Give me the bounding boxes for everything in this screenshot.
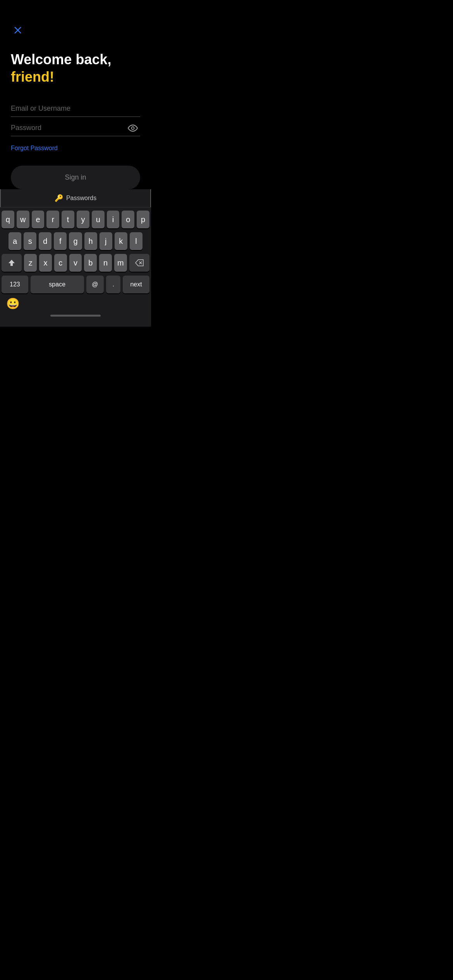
key-at[interactable]: @ (86, 276, 104, 293)
key-x[interactable]: x (39, 254, 52, 272)
key-123[interactable]: 123 (2, 276, 28, 293)
key-y[interactable]: y (77, 211, 89, 228)
svg-point-2 (132, 127, 134, 130)
key-i[interactable]: i (107, 211, 120, 228)
emoji-row: 😀 (0, 293, 151, 312)
key-row-1: q w e r t y u i o p (2, 211, 149, 228)
key-shift[interactable] (2, 254, 22, 272)
key-s[interactable]: s (24, 232, 36, 250)
key-space[interactable]: space (31, 276, 84, 293)
home-bar (50, 315, 101, 317)
key-b[interactable]: b (84, 254, 97, 272)
key-q[interactable]: q (2, 211, 14, 228)
key-t[interactable]: t (62, 211, 74, 228)
key-z[interactable]: z (24, 254, 37, 272)
eye-icon (128, 124, 138, 132)
key-l[interactable]: l (130, 232, 142, 250)
passwords-bar-right-divider (150, 189, 151, 207)
key-o[interactable]: o (122, 211, 134, 228)
key-p[interactable]: p (137, 211, 149, 228)
passwords-autofill-bar[interactable]: 🔑 Passwords (0, 189, 151, 207)
key-next[interactable]: next (123, 276, 149, 293)
key-v[interactable]: v (69, 254, 82, 272)
key-f[interactable]: f (54, 232, 67, 250)
key-j[interactable]: j (100, 232, 112, 250)
close-button[interactable] (11, 23, 25, 37)
welcome-line2: friend! (11, 69, 140, 85)
shift-icon (8, 259, 15, 267)
delete-icon (135, 259, 144, 266)
key-m[interactable]: m (114, 254, 127, 272)
password-input[interactable] (11, 120, 140, 136)
keyboard: 🔑 Passwords q w e r t y u i o p a s d f … (0, 189, 151, 327)
key-delete[interactable] (129, 254, 149, 272)
key-row-bottom: 123 space @ . next (0, 276, 151, 293)
password-input-container (11, 120, 140, 136)
close-icon (14, 26, 22, 34)
welcome-heading: Welcome back, friend! (11, 51, 140, 85)
key-row-2: a s d f g h j k l (2, 232, 149, 250)
key-g[interactable]: g (69, 232, 82, 250)
passwords-bar-left-divider (0, 189, 1, 207)
home-indicator (0, 312, 151, 320)
welcome-line1: Welcome back, (11, 51, 140, 68)
key-row-3: z x c v b n m (2, 254, 149, 272)
key-period[interactable]: . (106, 276, 120, 293)
keyboard-rows: q w e r t y u i o p a s d f g h j k l (0, 207, 151, 272)
passwords-label-container: 🔑 Passwords (55, 194, 96, 202)
key-c[interactable]: c (54, 254, 67, 272)
key-h[interactable]: h (84, 232, 97, 250)
key-r[interactable]: r (46, 211, 59, 228)
email-input[interactable] (11, 101, 140, 117)
key-icon: 🔑 (55, 194, 63, 202)
key-n[interactable]: n (99, 254, 112, 272)
passwords-label-text: Passwords (66, 195, 96, 202)
key-k[interactable]: k (115, 232, 127, 250)
key-u[interactable]: u (92, 211, 105, 228)
sign-in-button[interactable]: Sign in (11, 166, 140, 189)
email-input-container (11, 101, 140, 117)
emoji-button[interactable]: 😀 (6, 297, 20, 310)
key-e[interactable]: e (32, 211, 45, 228)
toggle-password-visibility-button[interactable] (128, 124, 138, 132)
key-a[interactable]: a (9, 232, 21, 250)
forgot-password-link[interactable]: Forgot Password (11, 145, 58, 152)
key-d[interactable]: d (39, 232, 51, 250)
key-w[interactable]: w (17, 211, 29, 228)
